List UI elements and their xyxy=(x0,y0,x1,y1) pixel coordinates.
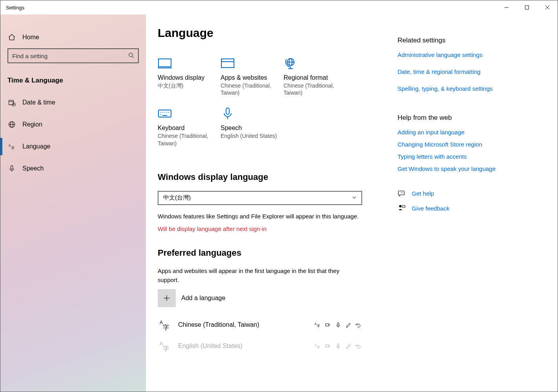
svg-text:?: ? xyxy=(401,191,403,194)
svg-point-48 xyxy=(399,205,401,207)
globe-stand-icon xyxy=(284,55,346,71)
svg-text:A: A xyxy=(160,341,163,346)
handwriting-ind-icon xyxy=(345,321,352,328)
tile-keyboard[interactable]: Keyboard Chinese (Traditional, Taiwan) xyxy=(158,106,221,147)
language-feature-icons: A字 abc xyxy=(314,343,362,350)
svg-rect-45 xyxy=(337,344,339,346)
language-glyph-icon: A字 xyxy=(158,317,173,332)
window-title: Settings xyxy=(6,5,24,11)
sidebar: Home Time & Language Date & time Region xyxy=(0,15,146,392)
right-column: Related settings Administrative language… xyxy=(398,37,516,219)
add-language-button[interactable]: Add a language xyxy=(158,289,378,307)
maximize-icon xyxy=(525,5,529,10)
svg-rect-37 xyxy=(326,324,329,326)
tile-title: Regional format xyxy=(284,74,346,81)
close-button[interactable] xyxy=(537,0,558,15)
svg-text:字: 字 xyxy=(317,345,320,349)
language-item[interactable]: A字 Chinese (Traditional, Taiwan) A字 abc xyxy=(158,314,362,335)
give-feedback-link[interactable]: Give feedback xyxy=(398,204,516,212)
plus-icon xyxy=(158,289,176,307)
search-input[interactable] xyxy=(12,53,128,59)
svg-point-4 xyxy=(129,53,133,56)
keyboard-icon xyxy=(158,106,221,121)
svg-point-25 xyxy=(164,112,165,113)
speech-ind-icon xyxy=(335,343,342,350)
tile-title: Apps & websites xyxy=(221,74,284,81)
link-admin-language[interactable]: Administrative language settings xyxy=(398,51,516,58)
language-glyph-icon: A字 xyxy=(158,339,173,354)
microphone-icon xyxy=(7,164,16,173)
link-date-time-format[interactable]: Date, time & regional formatting xyxy=(398,68,516,75)
svg-text:A: A xyxy=(160,320,163,325)
svg-rect-14 xyxy=(11,166,13,169)
tile-regional-format[interactable]: Regional format Chinese (Traditional, Ta… xyxy=(284,55,346,96)
tile-windows-display[interactable]: Windows display 中文(台灣) xyxy=(158,55,221,96)
get-help-link[interactable]: ? Get help xyxy=(398,189,516,197)
preferred-languages-desc: Apps and websites will appear in the fir… xyxy=(158,267,362,284)
tile-sub: English (United States) xyxy=(221,132,284,139)
svg-rect-44 xyxy=(326,345,329,347)
language-feature-icons: A字 abc xyxy=(314,321,362,328)
add-language-label: Add a language xyxy=(181,295,225,302)
search-box[interactable] xyxy=(7,48,139,63)
language-icon: A字 xyxy=(7,142,16,151)
display-icon xyxy=(158,55,221,71)
window-icon xyxy=(221,55,284,71)
text-to-speech-ind-icon xyxy=(324,343,331,350)
microphone-icon xyxy=(221,106,284,121)
page-title: Language xyxy=(158,26,378,40)
link-spelling-typing[interactable]: Spelling, typing, & keyboard settings xyxy=(398,85,516,92)
display-language-dropdown[interactable]: 中文(台灣) xyxy=(158,191,362,205)
globe-icon xyxy=(7,120,16,129)
sidebar-item-label: Language xyxy=(22,143,50,150)
home-icon xyxy=(7,33,16,42)
maximize-button[interactable] xyxy=(517,0,537,15)
tile-title: Speech xyxy=(221,125,284,132)
link-changing-store-region[interactable]: Changing Microsoft Store region xyxy=(398,141,516,148)
svg-rect-17 xyxy=(221,59,234,68)
get-help-text: Get help xyxy=(412,190,434,197)
tile-title: Windows display xyxy=(158,74,221,81)
sidebar-item-region[interactable]: Region xyxy=(0,114,146,136)
svg-point-24 xyxy=(162,112,163,113)
svg-text:字: 字 xyxy=(11,146,15,150)
svg-rect-30 xyxy=(226,108,229,114)
minimize-button[interactable] xyxy=(496,0,517,15)
sidebar-item-label: Speech xyxy=(22,165,44,172)
preferred-languages-heading: Preferred languages xyxy=(158,248,378,258)
give-feedback-text: Give feedback xyxy=(412,205,449,212)
svg-text:abc: abc xyxy=(355,344,360,347)
svg-text:abc: abc xyxy=(355,323,360,326)
svg-point-27 xyxy=(168,112,169,113)
svg-text:字: 字 xyxy=(163,324,169,331)
svg-rect-38 xyxy=(337,322,339,325)
link-adding-input-language[interactable]: Adding an input language xyxy=(398,129,516,136)
language-item[interactable]: A字 English (United States) A字 abc xyxy=(158,335,362,357)
window-controls xyxy=(496,0,558,15)
link-windows-speak-language[interactable]: Get Windows to speak your language xyxy=(398,165,516,172)
svg-text:字: 字 xyxy=(163,345,169,352)
link-typing-accents[interactable]: Typing letters with accents xyxy=(398,153,516,160)
tile-apps-websites[interactable]: Apps & websites Chinese (Traditional, Ta… xyxy=(221,55,284,96)
close-icon xyxy=(545,5,550,10)
handwriting-ind-icon xyxy=(345,343,352,350)
display-language-heading: Windows display language xyxy=(158,172,378,182)
sidebar-item-speech[interactable]: Speech xyxy=(0,158,146,180)
sidebar-item-datetime[interactable]: Date & time xyxy=(0,92,146,114)
svg-line-5 xyxy=(132,56,134,58)
sidebar-home-label: Home xyxy=(22,34,39,41)
tile-grid: Windows display 中文(台灣) Apps & websites C… xyxy=(158,55,378,156)
tile-speech[interactable]: Speech English (United States) xyxy=(221,106,284,147)
text-to-speech-ind-icon xyxy=(324,321,331,328)
sidebar-item-language[interactable]: A字 Language xyxy=(0,136,146,158)
tile-sub: Chinese (Traditional, Taiwan) xyxy=(221,82,284,96)
dropdown-selected: 中文(台灣) xyxy=(163,194,191,201)
sidebar-home[interactable]: Home xyxy=(0,26,146,48)
chat-help-icon: ? xyxy=(398,189,405,197)
svg-point-23 xyxy=(160,112,161,113)
spellcheck-ind-icon: abc xyxy=(355,343,362,350)
feedback-icon xyxy=(398,204,405,212)
svg-rect-15 xyxy=(158,59,171,67)
sidebar-item-label: Date & time xyxy=(22,99,55,106)
svg-text:字: 字 xyxy=(317,324,320,328)
